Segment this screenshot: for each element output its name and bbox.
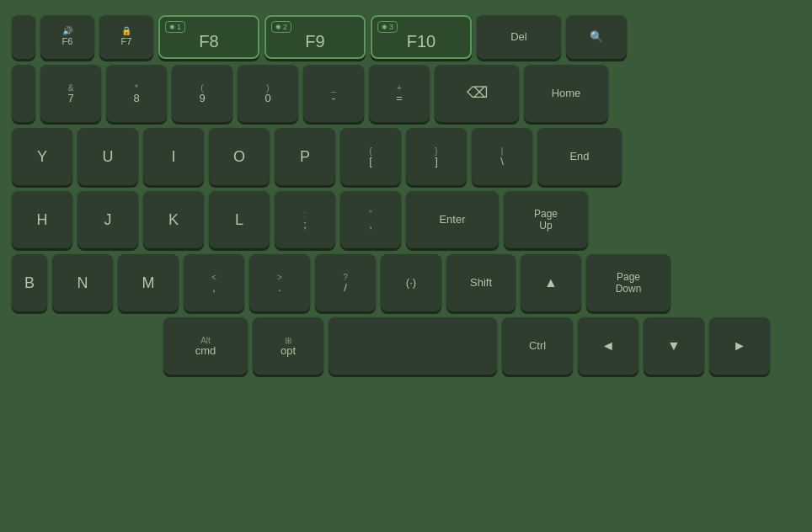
- key-search[interactable]: 🔍: [566, 15, 627, 59]
- key-u[interactable]: U: [77, 128, 138, 185]
- key-arrowright[interactable]: ►: [709, 317, 770, 375]
- key-o[interactable]: O: [209, 128, 270, 185]
- bt2-badge: ✱ 2: [271, 21, 291, 33]
- bottom-row: Alt cmd ⊞ opt Ctrl ◄ ▼ ►: [12, 317, 800, 375]
- key-home[interactable]: Home: [524, 65, 608, 122]
- key-minus[interactable]: _ -: [303, 65, 364, 122]
- key-b[interactable]: B: [12, 254, 47, 311]
- key-partial-num[interactable]: [12, 65, 35, 122]
- key-m[interactable]: M: [118, 254, 179, 311]
- key-f10-bt3[interactable]: ✱ 3 F10: [371, 15, 472, 59]
- key-gt[interactable]: > .: [249, 254, 310, 311]
- key-f9-bt2[interactable]: ✱ 2 F9: [264, 15, 366, 59]
- qwerty-row: Y U I O P { [ } ] | \ End: [12, 128, 800, 185]
- keyboard: 🔊 F6 🔒 F7 ✱ 1 F8 ✱ 2 F9 ✱: [0, 0, 812, 532]
- key-y[interactable]: Y: [12, 128, 72, 185]
- key-semicolon[interactable]: : ;: [275, 191, 335, 248]
- key-arrowdown[interactable]: ▼: [644, 317, 704, 375]
- key-i[interactable]: I: [143, 128, 204, 185]
- shift-row: B N M < , > . ? / (·) Shift ▲ PageDown: [12, 254, 800, 311]
- key-j[interactable]: J: [77, 191, 138, 248]
- key-8[interactable]: * 8: [106, 65, 167, 122]
- key-partial-left[interactable]: [12, 15, 35, 59]
- key-wireless[interactable]: (·): [381, 254, 441, 311]
- key-f7[interactable]: 🔒 F7: [99, 15, 153, 59]
- key-equals[interactable]: + =: [369, 65, 430, 122]
- key-f8-bt1[interactable]: ✱ 1 F8: [158, 15, 259, 59]
- key-pagedown[interactable]: PageDown: [586, 254, 670, 311]
- key-h[interactable]: H: [12, 191, 72, 248]
- key-n[interactable]: N: [52, 254, 113, 311]
- key-pipe[interactable]: | \: [472, 128, 532, 185]
- num-row: & 7 * 8 ( 9 ) 0 _ - + = ⌫ Home: [12, 65, 800, 122]
- key-quote[interactable]: " ,: [340, 191, 401, 248]
- key-end[interactable]: End: [537, 128, 622, 185]
- key-0[interactable]: ) 0: [238, 65, 298, 122]
- key-slash[interactable]: ? /: [315, 254, 376, 311]
- key-7[interactable]: & 7: [40, 65, 101, 122]
- key-shift[interactable]: Shift: [446, 254, 516, 311]
- key-opt[interactable]: ⊞ opt: [253, 317, 323, 375]
- key-arrowup[interactable]: ▲: [521, 254, 581, 311]
- key-pageup[interactable]: PageUp: [504, 191, 588, 248]
- key-rbracket[interactable]: } ]: [406, 128, 467, 185]
- key-altcmd[interactable]: Alt cmd: [163, 317, 248, 375]
- fn-row: 🔊 F6 🔒 F7 ✱ 1 F8 ✱ 2 F9 ✱: [12, 15, 800, 59]
- key-del[interactable]: Del: [477, 15, 561, 59]
- key-ctrl[interactable]: Ctrl: [502, 317, 573, 375]
- key-space[interactable]: [329, 317, 497, 375]
- key-lt[interactable]: < ,: [184, 254, 244, 311]
- key-l[interactable]: L: [209, 191, 270, 248]
- key-f6[interactable]: 🔊 F6: [40, 15, 94, 59]
- home-row: H J K L : ; " , Enter PageUp: [12, 191, 800, 248]
- key-backspace[interactable]: ⌫: [435, 65, 519, 122]
- key-k[interactable]: K: [143, 191, 204, 248]
- bt3-badge: ✱ 3: [377, 21, 398, 33]
- key-enter[interactable]: Enter: [406, 191, 499, 248]
- key-9[interactable]: ( 9: [172, 65, 232, 122]
- key-arrowleft[interactable]: ◄: [578, 317, 638, 375]
- key-lbracket[interactable]: { [: [340, 128, 401, 185]
- bt1-badge: ✱ 1: [165, 21, 185, 33]
- key-p[interactable]: P: [275, 128, 335, 185]
